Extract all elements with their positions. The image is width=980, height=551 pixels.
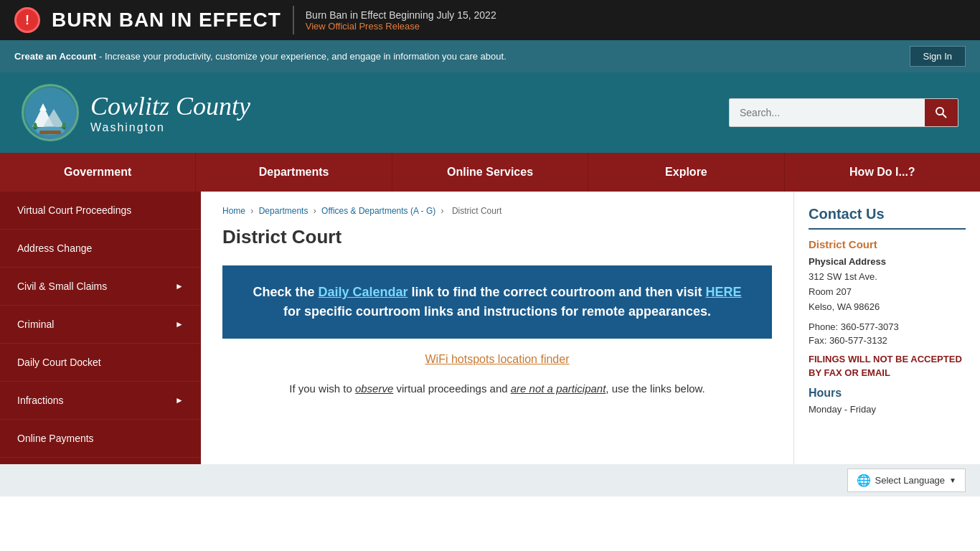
sidebar-item-daily-court-docket[interactable]: Daily Court Docket [0, 344, 201, 382]
nav-how-do-i[interactable]: How Do I...? [785, 153, 980, 192]
svg-point-10 [936, 108, 943, 115]
sidebar-item-address-change[interactable]: Address Change [0, 230, 201, 268]
contact-address: 312 SW 1st Ave. Room 207 Kelso, WA 98626 [809, 270, 966, 314]
chevron-down-icon: ▼ [949, 476, 956, 484]
content-wrapper: Virtual Court Proceedings Address Change… [0, 192, 980, 464]
chevron-right-icon: ► [175, 395, 184, 405]
highlight-text-2: link to find the correct courtroom and t… [408, 285, 706, 299]
hours-title: Hours [809, 387, 966, 400]
logo-area: Cowlitz County Washington [22, 84, 250, 141]
contact-fax: Fax: 360-577-3132 [809, 335, 966, 346]
contact-us-title: Contact Us [809, 206, 966, 230]
here-link[interactable]: HERE [706, 285, 742, 299]
daily-calendar-link[interactable]: Daily Calendar [318, 285, 407, 299]
search-input[interactable] [730, 100, 925, 126]
nav-explore[interactable]: Explore [588, 153, 784, 192]
create-account-link[interactable]: Create an Account [14, 51, 96, 62]
burn-ban-details: Burn Ban in Effect Beginning July 15, 20… [306, 9, 496, 32]
sidebar: Virtual Court Proceedings Address Change… [0, 192, 201, 464]
nav-government[interactable]: Government [0, 153, 196, 192]
search-box [729, 98, 958, 127]
page-title: District Court [222, 226, 772, 248]
chevron-right-icon: ► [175, 319, 184, 329]
logo-svg [25, 88, 75, 138]
body-observe: observe [355, 382, 393, 395]
site-header: Cowlitz County Washington [0, 72, 980, 153]
contact-dept-name: District Court [809, 238, 966, 250]
site-name: Cowlitz County Washington [90, 91, 250, 134]
breadcrumb-home[interactable]: Home [222, 206, 245, 216]
address-line3: Kelso, WA 98626 [809, 301, 880, 312]
sign-in-button[interactable]: Sign In [910, 46, 966, 67]
county-name: Cowlitz County [90, 91, 250, 121]
filings-warning: FILINGS WILL NOT BE ACCEPTED BY FAX OR E… [809, 353, 966, 379]
right-sidebar: Contact Us District Court Physical Addre… [793, 192, 980, 464]
body-text-3: , use the links below. [606, 382, 705, 395]
contact-address-label: Physical Address [809, 256, 966, 267]
highlight-box: Check the Daily Calendar link to find th… [222, 265, 772, 339]
burn-ban-link[interactable]: View Official Press Release [306, 21, 496, 32]
burn-ban-icon: ! [14, 7, 40, 33]
body-text-2: virtual proceedings and [393, 382, 510, 395]
highlight-text-3: for specific courtroom links and instruc… [283, 304, 711, 319]
address-line2: Room 207 [809, 286, 852, 297]
breadcrumb-departments[interactable]: Departments [259, 206, 308, 216]
svg-line-11 [943, 114, 946, 118]
contact-phone: Phone: 360-577-3073 [809, 321, 966, 332]
main-nav: Government Departments Online Services E… [0, 153, 980, 192]
translate-icon: 🌐 [857, 474, 871, 487]
body-text-1: If you wish to [289, 382, 355, 395]
sidebar-item-criminal[interactable]: Criminal ► [0, 306, 201, 344]
search-icon [935, 106, 948, 119]
body-text: If you wish to observe virtual proceedin… [222, 380, 772, 397]
bottom-bar: 🌐 Select Language ▼ [0, 464, 980, 496]
sidebar-item-virtual-court[interactable]: Virtual Court Proceedings [0, 192, 201, 230]
sidebar-item-online-payments[interactable]: Online Payments [0, 420, 201, 458]
hours-text: Monday - Friday [809, 404, 966, 415]
state-name: Washington [90, 121, 250, 134]
wifi-link[interactable]: WiFi hotspots location finder [222, 353, 772, 366]
svg-rect-9 [39, 131, 61, 134]
breadcrumb-current: District Court [452, 206, 501, 216]
address-line1: 312 SW 1st Ave. [809, 271, 877, 282]
create-account-text: Create an Account - Increase your produc… [14, 51, 507, 62]
main-content: Home › Departments › Offices & Departmen… [201, 192, 793, 464]
nav-departments[interactable]: Departments [196, 153, 392, 192]
sidebar-item-infractions[interactable]: Infractions ► [0, 382, 201, 420]
account-bar: Create an Account - Increase your produc… [0, 40, 980, 72]
chevron-right-icon: ► [175, 281, 184, 291]
search-area [729, 98, 958, 127]
burn-ban-title: BURN BAN IN EFFECT [52, 9, 281, 32]
site-logo[interactable] [22, 84, 79, 141]
search-button[interactable] [925, 99, 958, 126]
highlight-text-1: Check the [253, 285, 318, 299]
language-label: Select Language [875, 475, 946, 486]
burn-ban-divider [293, 6, 294, 34]
burn-ban-bar: ! BURN BAN IN EFFECT Burn Ban in Effect … [0, 0, 980, 40]
breadcrumb: Home › Departments › Offices & Departmen… [222, 206, 772, 216]
nav-online-services[interactable]: Online Services [392, 153, 588, 192]
body-are-not: are not a participant [511, 382, 606, 395]
breadcrumb-offices[interactable]: Offices & Departments (A - G) [321, 206, 435, 216]
language-selector[interactable]: 🌐 Select Language ▼ [847, 468, 966, 492]
sidebar-item-civil-small-claims[interactable]: Civil & Small Claims ► [0, 268, 201, 306]
burn-ban-headline: Burn Ban in Effect Beginning July 15, 20… [306, 9, 496, 21]
